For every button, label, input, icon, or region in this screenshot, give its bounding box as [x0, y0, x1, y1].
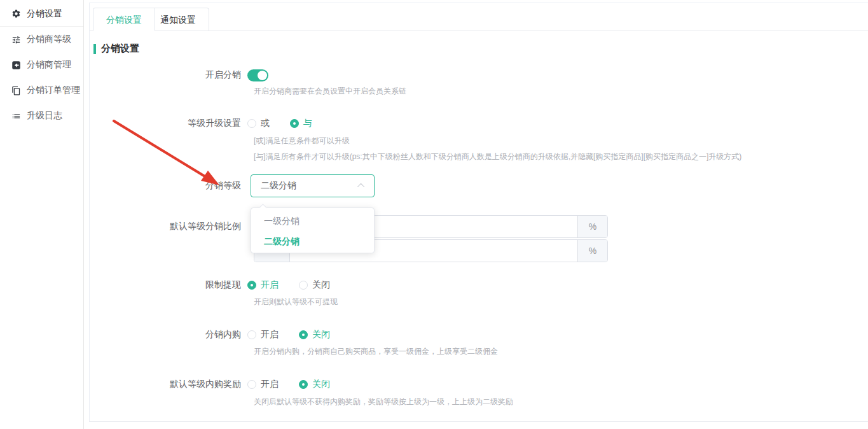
tab-bar: 分销设置 通知设置 [90, 3, 868, 31]
percent-addon: % [577, 216, 607, 237]
radio-internal-on[interactable]: 开启 [247, 329, 279, 341]
level-dropdown-panel: 一级分销 二级分销 [251, 207, 375, 253]
internal-purchase-row: 分销内购 开启 关闭 [90, 327, 350, 342]
field-label: 开启分销 [90, 69, 247, 81]
main-panel: 分销设置 通知设置 分销设置 开启分销 开启分销商需要在会员设置中开启会员关系链… [89, 3, 868, 422]
upgrade-help-or: [或]满足任意条件都可以升级 [254, 136, 350, 146]
sidebar-item-distribution-orders[interactable]: 分销订单管理 [0, 78, 83, 103]
field-label: 等级升级设置 [90, 118, 247, 129]
sidebar-item-label: 分销商等级 [27, 34, 71, 45]
radio-icon [299, 281, 308, 290]
radio-internal-off[interactable]: 关闭 [299, 329, 330, 341]
radio-reward-off[interactable]: 关闭 [299, 379, 330, 390]
sidebar: 分销设置 分销商等级 分销商管理 分销订单管理 升级日志 [0, 0, 84, 429]
withdraw-limit-row: 限制提现 开启 关闭 [90, 278, 350, 293]
upgrade-setting-row: 等级升级设置 或 与 [90, 116, 333, 131]
sidebar-item-distribution-settings[interactable]: 分销设置 [0, 1, 83, 27]
sidebar-item-upgrade-log[interactable]: 升级日志 [0, 103, 83, 129]
percent-addon: % [577, 240, 607, 262]
default-reward-row: 默认等级内购奖励 开启 关闭 [90, 377, 350, 392]
radio-withdraw-on[interactable]: 开启 [247, 279, 279, 291]
field-label: 分销等级 [90, 180, 247, 192]
radio-icon [299, 330, 308, 339]
section-title: 分销设置 [93, 43, 139, 55]
distribution-level-select[interactable]: 二级分销 [251, 174, 375, 197]
withdraw-limit-help: 开启则默认等级不可提现 [254, 297, 338, 307]
default-reward-help: 关闭后默认等级不获得内购奖励，奖励等级按上级为一级，上上级为二级奖励 [254, 397, 513, 407]
toggle-knob [258, 71, 267, 80]
dropdown-option-level1[interactable]: 一级分销 [251, 211, 374, 231]
default-ratio-row: 默认等级分销比例 [90, 219, 247, 234]
radio-icon [247, 330, 256, 339]
radio-icon [290, 119, 299, 128]
page: 分销设置 分销商等级 分销商管理 分销订单管理 升级日志 [0, 0, 868, 429]
internal-purchase-help: 开启分销内购，分销商自己购买商品，享受一级佣金，上级享受二级佣金 [254, 346, 498, 357]
upgrade-help-and: [与]满足所有条件才可以升级(ps:其中下级粉丝人数和下级分销商人数是上级分销商… [254, 151, 741, 162]
radio-icon [247, 281, 256, 290]
radio-reward-on[interactable]: 开启 [247, 379, 279, 390]
radio-or[interactable]: 或 [247, 118, 270, 129]
sidebar-item-label: 分销设置 [27, 8, 62, 20]
field-label: 默认等级内购奖励 [90, 379, 247, 390]
enable-distribution-toggle[interactable] [247, 69, 268, 81]
field-label: 分销内购 [90, 329, 247, 341]
enable-distribution-row: 开启分销 [90, 67, 268, 83]
sidebar-item-distributor-levels[interactable]: 分销商等级 [0, 27, 83, 52]
section-title-bar [93, 44, 96, 54]
tab-distribution-settings[interactable]: 分销设置 [93, 8, 155, 31]
sidebar-item-label: 分销订单管理 [27, 85, 80, 96]
enable-distribution-help: 开启分销商需要在会员设置中开启会员关系链 [254, 86, 406, 97]
dropdown-option-level2[interactable]: 二级分销 [251, 231, 374, 251]
radio-withdraw-off[interactable]: 关闭 [299, 279, 330, 291]
select-value: 二级分销 [261, 180, 359, 192]
list-icon [11, 111, 21, 121]
radio-icon [247, 380, 256, 389]
orders-icon [11, 85, 21, 95]
field-label: 默认等级分销比例 [90, 221, 247, 232]
sliders-icon [11, 34, 21, 45]
gear-icon [11, 9, 21, 19]
tab-notification-settings[interactable]: 通知设置 [148, 8, 209, 31]
radio-icon [247, 119, 256, 128]
radio-icon [299, 380, 308, 389]
sidebar-item-label: 分销商管理 [27, 59, 71, 71]
radio-and[interactable]: 与 [290, 118, 312, 129]
distribution-level-row: 分销等级 [90, 178, 247, 193]
sidebar-item-distributor-management[interactable]: 分销商管理 [0, 52, 83, 78]
field-label: 限制提现 [90, 279, 247, 291]
sidebar-item-label: 升级日志 [27, 110, 62, 122]
share-icon [11, 60, 21, 70]
